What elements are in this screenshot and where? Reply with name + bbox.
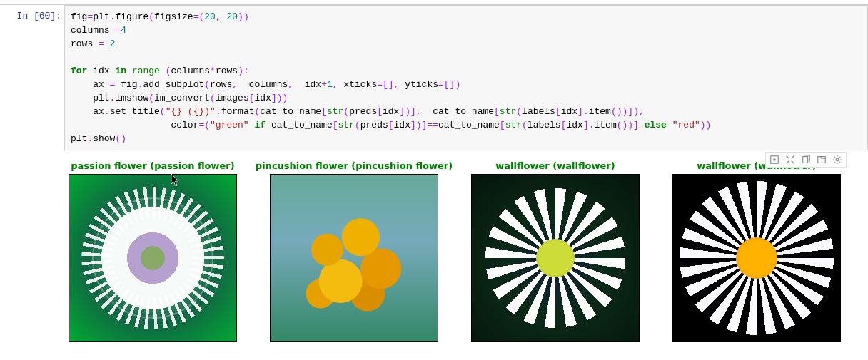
- subplot-title: wallflower (wallflower): [495, 160, 615, 171]
- open-icon[interactable]: [816, 154, 827, 165]
- subplot: passion flower (passion flower): [69, 160, 237, 342]
- code-input[interactable]: fig=plt.figure(figsize=(20, 20)) columns…: [64, 5, 868, 150]
- subplot: wallflower (wallflower): [471, 160, 640, 342]
- expand-icon[interactable]: [784, 154, 796, 165]
- svg-rect-3: [818, 157, 826, 163]
- flower-image: [271, 175, 438, 341]
- subplot-image: [672, 174, 841, 342]
- subplot-image: [270, 174, 438, 342]
- flower-image: [69, 175, 236, 341]
- subplot-image: [69, 174, 237, 342]
- subplot-title: pincushion flower (pincushion flower): [256, 160, 453, 171]
- gear-icon[interactable]: [832, 154, 843, 165]
- subplot: pincushion flower (pincushion flower): [270, 160, 438, 342]
- flower-image: [673, 175, 840, 341]
- output-toolbar: [765, 152, 847, 168]
- input-prompt: In [60]:: [0, 5, 64, 150]
- flower-image: [472, 175, 639, 341]
- svg-rect-2: [803, 157, 808, 163]
- svg-point-1: [774, 159, 775, 160]
- subplot-title: passion flower (passion flower): [71, 160, 234, 171]
- subplot-image: [471, 174, 640, 342]
- svg-point-4: [836, 158, 839, 161]
- plot-output: passion flower (passion flower)pincushio…: [64, 158, 868, 345]
- copy-icon[interactable]: [800, 154, 812, 165]
- subplot: wallflower (wallflower): [672, 160, 841, 342]
- home-icon[interactable]: [769, 154, 780, 165]
- code-cell: In [60]: fig=plt.figure(figsize=(20, 20)…: [0, 4, 868, 150]
